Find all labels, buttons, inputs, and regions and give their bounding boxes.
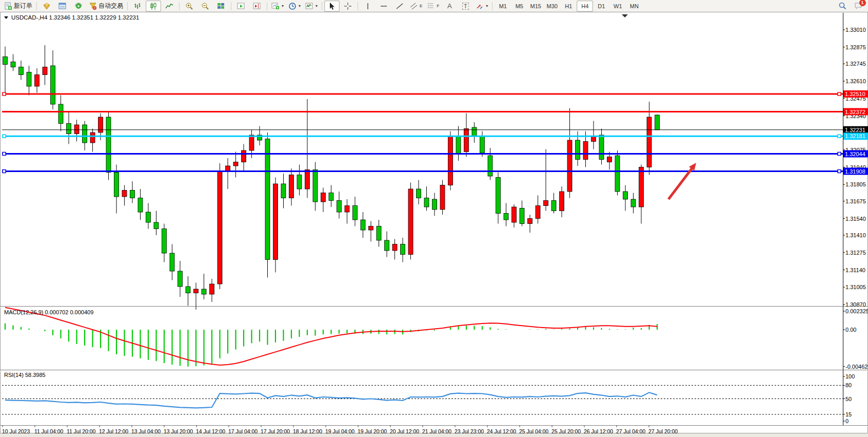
auto-trading-button[interactable]: 自动交易 — [87, 1, 125, 12]
candle-body — [233, 162, 238, 166]
timeframe-w1-button[interactable]: W1 — [609, 1, 626, 12]
hline-handle[interactable] — [838, 92, 841, 96]
timeframe-h1-button[interactable]: H1 — [560, 1, 577, 12]
new-chart-button[interactable]: ▾ — [269, 1, 286, 12]
periods-button[interactable]: ▾ — [286, 1, 303, 12]
crosshair-button[interactable] — [340, 1, 356, 12]
time-label: 10 Jul 2023 — [2, 428, 30, 434]
candle-body — [631, 199, 636, 207]
market-watch-button[interactable] — [39, 1, 54, 12]
timeframe-m1-button[interactable]: M1 — [495, 1, 511, 12]
candle-body — [392, 244, 397, 251]
rsi-tick-label: 50 — [845, 396, 852, 402]
candle-body — [345, 206, 349, 213]
chart-window[interactable]: USDCAD-,H4 1.32346 1.32351 1.32229 1.322… — [0, 12, 868, 437]
time-label: 17 Jul 20:00 — [261, 428, 290, 434]
horizontal-line-button[interactable] — [376, 1, 391, 12]
timeframe-h4-button[interactable]: H4 — [577, 1, 593, 12]
zoom-out-button[interactable] — [198, 1, 213, 12]
candle-body — [504, 214, 508, 220]
navigator-button[interactable] — [71, 1, 86, 12]
timeframe-m15-button[interactable]: M15 — [527, 1, 544, 12]
candle-body — [178, 271, 183, 287]
timeframe-m5-button[interactable]: M5 — [511, 1, 527, 12]
time-label: 13 Jul 04:00 — [131, 428, 161, 434]
timeframe-m30-button[interactable]: M30 — [544, 1, 560, 12]
notifications-button[interactable]: 1 — [851, 1, 866, 12]
notification-badge: 1 — [859, 0, 866, 6]
new-order-button[interactable]: 新订单 — [2, 1, 34, 12]
indicators-button[interactable]: ▾ — [303, 1, 320, 12]
candle-body — [98, 117, 103, 132]
search-button[interactable] — [835, 1, 850, 12]
zoom-in-icon — [185, 2, 193, 10]
cursor-button[interactable] — [324, 1, 340, 12]
bar-chart-button[interactable] — [130, 1, 145, 12]
zoom-in-button[interactable] — [182, 1, 197, 12]
hline-handle[interactable] — [838, 170, 841, 173]
chart-shift-button[interactable] — [249, 1, 265, 12]
timeframe-mn-button[interactable]: MN — [626, 1, 642, 12]
dropdown-caret: ▾ — [282, 4, 284, 8]
text-button[interactable]: A — [442, 1, 457, 12]
data-window-button[interactable] — [55, 1, 70, 12]
vertical-line-button[interactable] — [360, 1, 376, 12]
candle-body — [544, 201, 548, 206]
candle-body — [11, 62, 15, 67]
price-tag-label: 1.32372 — [845, 109, 865, 115]
hline-handle[interactable] — [3, 135, 6, 138]
timeframe-d1-button[interactable]: D1 — [593, 1, 609, 12]
candlestick-chart-button[interactable] — [146, 1, 161, 12]
line-chart-button[interactable] — [162, 1, 177, 12]
arrows-button[interactable]: ▾ — [474, 1, 490, 12]
data-window-icon — [58, 2, 67, 10]
hline-handle[interactable] — [838, 135, 841, 138]
candle-body — [27, 72, 31, 87]
macd-tick-label: 0.002325 — [845, 308, 868, 314]
time-label: 18 Jul 12:00 — [293, 428, 322, 434]
candle-body — [122, 191, 127, 197]
hline-handle[interactable] — [838, 153, 841, 156]
candle-body — [496, 178, 501, 214]
candle-body — [623, 192, 628, 199]
chart-canvas[interactable]: USDCAD-,H4 1.32346 1.32351 1.32229 1.322… — [0, 12, 868, 437]
price-tick-label: 1.31140 — [845, 267, 865, 273]
toolbar-separator — [179, 2, 180, 10]
candle-body — [90, 132, 95, 143]
chart-background — [0, 12, 868, 437]
time-label: 13 Jul 20:00 — [164, 428, 193, 434]
equidistant-channel-button[interactable]: E — [408, 1, 424, 12]
time-label: 19 Jul 20:00 — [358, 428, 387, 434]
time-label: 11 Jul 04:00 — [34, 428, 64, 434]
candle-body — [440, 185, 445, 210]
candle-body — [655, 115, 660, 130]
candle-body — [551, 201, 556, 211]
rsi-tick-label: 15 — [845, 411, 852, 417]
candle-body — [353, 206, 358, 220]
candle-body — [146, 212, 151, 222]
candle-body — [488, 156, 492, 176]
text-label-button[interactable]: T — [458, 1, 473, 12]
hline-handle[interactable] — [3, 170, 6, 173]
dropdown-caret: ▾ — [299, 4, 301, 8]
bar-chart-icon — [133, 2, 142, 10]
auto-scroll-button[interactable] — [233, 1, 249, 12]
channel-icon — [410, 2, 418, 10]
cursor-icon — [328, 2, 336, 10]
candle-body — [289, 175, 294, 198]
price-tick-label: 1.30870 — [845, 301, 866, 308]
candle-body — [35, 75, 40, 87]
rsi-tick-label: 80 — [845, 382, 852, 388]
hline-handle[interactable] — [3, 153, 6, 156]
hline-handle[interactable] — [3, 92, 6, 96]
time-label: 14 Jul 12:00 — [196, 428, 225, 434]
candle-body — [424, 198, 429, 207]
tile-windows-button[interactable] — [213, 1, 229, 12]
price-tick-label: 1.31675 — [845, 198, 866, 204]
chart-shift-icon — [253, 2, 261, 10]
candle-body — [249, 135, 254, 150]
fibonacci-button[interactable]: F — [425, 1, 441, 12]
trendline-button[interactable] — [392, 1, 407, 12]
price-tick-label: 1.32875 — [845, 44, 866, 50]
trendline-icon — [396, 2, 404, 10]
